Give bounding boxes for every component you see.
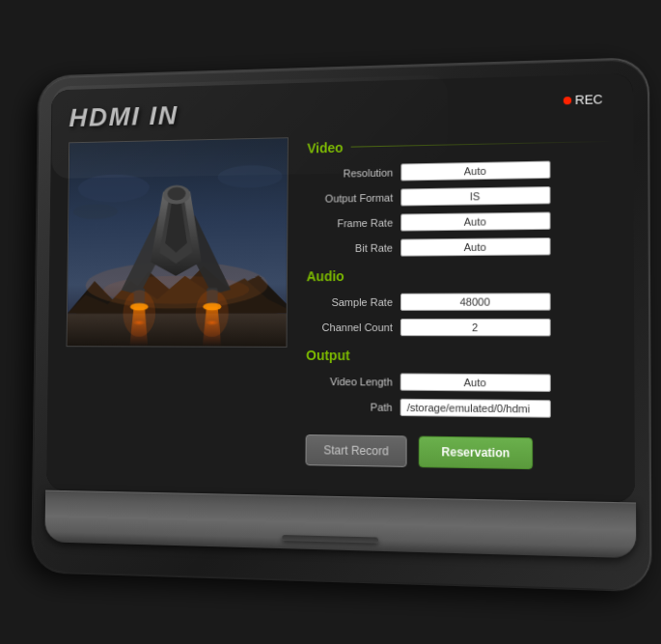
rec-indicator: REC: [563, 92, 602, 107]
frame-rate-label: Frame Rate: [306, 216, 392, 229]
reservation-button[interactable]: Reservation: [419, 435, 533, 469]
tv-screen: HDMI IN REC: [46, 72, 635, 502]
frame-rate-input[interactable]: [400, 211, 550, 231]
tv-bottom-bar: [44, 490, 636, 558]
bit-rate-row: Bit Rate: [306, 237, 613, 257]
channel-count-row: Channel Count: [306, 318, 614, 336]
sample-rate-input[interactable]: [399, 293, 550, 311]
sample-rate-label: Sample Rate: [306, 295, 393, 307]
output-format-input[interactable]: [400, 185, 550, 206]
tv-container: HDMI IN REC: [32, 59, 648, 590]
tv-frame: HDMI IN REC: [32, 59, 648, 590]
video-section-label: Video: [307, 139, 343, 155]
rec-label: REC: [574, 92, 602, 107]
channel-count-input[interactable]: [399, 318, 550, 335]
svg-rect-2: [67, 313, 286, 346]
video-preview: [66, 137, 288, 348]
audio-section-header: Audio: [306, 263, 613, 286]
sample-rate-row: Sample Rate: [306, 293, 613, 311]
output-section-header: Output: [306, 343, 614, 366]
audio-section-label: Audio: [306, 268, 344, 284]
right-panel: Video Resolution Output Format: [305, 129, 614, 487]
video-length-label: Video Length: [305, 375, 392, 387]
screen-content: HDMI IN REC: [46, 72, 635, 502]
frame-rate-row: Frame Rate: [306, 210, 613, 232]
output-section-label: Output: [306, 347, 350, 362]
resolution-input[interactable]: [400, 160, 550, 181]
main-content: Video Resolution Output Format: [64, 129, 614, 487]
path-input[interactable]: [399, 398, 550, 417]
start-record-button[interactable]: Start Record: [305, 434, 407, 466]
bit-rate-input[interactable]: [400, 237, 551, 256]
button-row: Start Record Reservation: [305, 434, 614, 470]
hdmi-title: HDMI IN: [69, 88, 613, 132]
output-format-row: Output Format: [306, 184, 612, 207]
video-section-header: Video: [307, 129, 613, 157]
bit-rate-label: Bit Rate: [306, 241, 392, 254]
resolution-row: Resolution: [307, 159, 613, 182]
video-length-input[interactable]: [399, 373, 550, 391]
rec-dot-icon: [563, 96, 570, 103]
video-length-row: Video Length: [305, 372, 613, 392]
output-format-label: Output Format: [307, 191, 393, 204]
path-row: Path: [305, 397, 613, 418]
video-section-line: [350, 140, 613, 147]
tv-wrapper: HDMI IN REC: [0, 0, 661, 644]
path-label: Path: [305, 400, 392, 412]
channel-count-label: Channel Count: [306, 321, 393, 332]
resolution-label: Resolution: [307, 166, 393, 180]
